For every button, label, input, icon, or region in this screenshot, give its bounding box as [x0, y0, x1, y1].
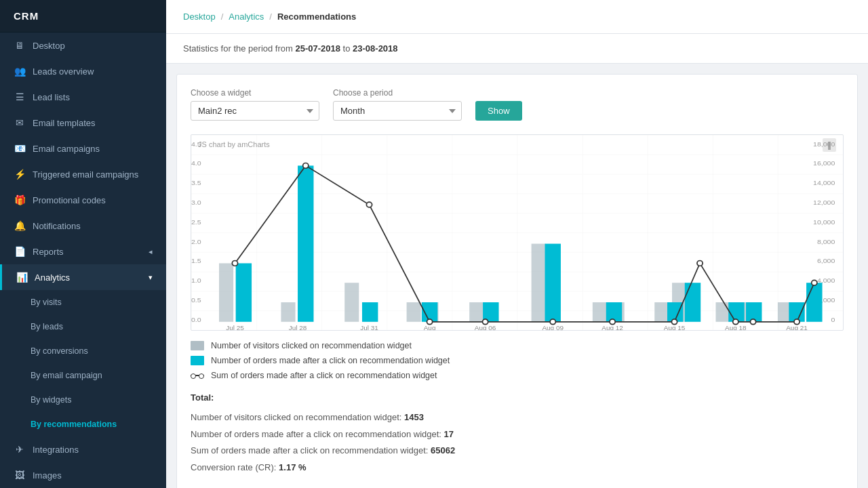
period-filter-group: Choose a period Month Week Day	[333, 88, 462, 121]
sidebar-item-by-recommendations[interactable]: By recommendations	[0, 412, 166, 436]
widget-filter-group: Choose a widget Main2 rec Widget A Widge…	[191, 88, 319, 121]
sidebar-item-label: Email campaigns	[33, 144, 100, 154]
sidebar-item-by-conversions[interactable]: By conversions	[0, 339, 166, 363]
sidebar-item-label: Desktop	[33, 41, 65, 51]
sidebar-item-desktop[interactable]: 🖥 Desktop	[0, 33, 166, 58]
stats-banner: Statistics for the period from 25-07-201…	[166, 34, 868, 64]
sidebar-item-integrations[interactable]: ✈ Integrations	[0, 436, 166, 462]
sidebar: CRM 🖥 Desktop 👥 Leads overview ☰ Lead li…	[0, 0, 166, 488]
svg-text:8,000: 8,000	[817, 238, 835, 245]
sidebar-item-email-campaigns[interactable]: 📧 Email campaigns	[0, 136, 166, 161]
svg-text:Aug 06: Aug 06	[475, 324, 496, 330]
svg-rect-41	[606, 302, 622, 322]
sidebar-item-by-leads[interactable]: By leads	[0, 314, 166, 339]
stats-to: 23-08-2018	[353, 43, 398, 54]
totals-sum-label: Sum of orders made after a click on reco…	[191, 445, 428, 455]
breadcrumb-desktop[interactable]: Desktop	[183, 12, 216, 22]
svg-text:Aug 09: Aug 09	[542, 324, 564, 330]
sidebar-item-analytics[interactable]: 📊 Analytics ▾	[0, 264, 166, 290]
svg-text:Jul 25: Jul 25	[226, 324, 244, 330]
legend-label-sum: Sum of orders made after a click on reco…	[211, 371, 437, 380]
email-campaigns-icon: 📧	[14, 143, 26, 154]
svg-rect-32	[715, 302, 730, 322]
sidebar-item-label: Promotional codes	[33, 195, 106, 205]
legend-line-sum	[191, 375, 204, 376]
sidebar-item-by-widgets[interactable]: By widgets	[0, 388, 166, 412]
svg-rect-43	[685, 283, 701, 322]
reports-arrow-icon: ◂	[149, 247, 153, 256]
breadcrumb: Desktop / Analytics / Recommendations	[166, 0, 868, 34]
page-content: Statistics for the period from 25-07-201…	[166, 34, 868, 488]
svg-text:Jul 28: Jul 28	[289, 324, 307, 330]
sidebar-item-label: Email templates	[33, 118, 95, 128]
legend-box-gray	[191, 341, 204, 350]
sidebar-item-reports[interactable]: 📄 Reports ◂	[0, 239, 166, 264]
svg-rect-23	[344, 283, 359, 322]
legend-label-visitors: Number of visitors clicked on recommenda…	[211, 341, 412, 350]
leads-overview-icon: 👥	[14, 66, 26, 77]
notifications-icon: 🔔	[14, 220, 26, 231]
chart-legend: Number of visitors clicked on recommenda…	[191, 341, 844, 380]
sidebar-item-lead-lists[interactable]: ☰ Lead lists	[0, 84, 166, 110]
totals-orders-label: Number of orders made after a click on r…	[191, 429, 441, 439]
analytics-panel: Choose a widget Main2 rec Widget A Widge…	[176, 74, 858, 488]
svg-point-56	[697, 261, 703, 266]
integrations-label: Integrations	[33, 445, 79, 455]
show-button[interactable]: Show	[475, 101, 522, 121]
totals-heading: Total:	[191, 392, 844, 403]
svg-text:Jul 31: Jul 31	[360, 324, 378, 330]
by-recommendations-label: By recommendations	[31, 420, 117, 429]
breadcrumb-current: Recommendations	[277, 12, 356, 22]
svg-text:1.5: 1.5	[191, 258, 201, 265]
sidebar-item-notifications[interactable]: 🔔 Notifications	[0, 213, 166, 239]
svg-rect-0	[191, 135, 843, 330]
svg-text:1.0: 1.0	[191, 277, 201, 284]
by-widgets-label: By widgets	[31, 395, 71, 405]
svg-text:2.5: 2.5	[191, 218, 201, 226]
stats-text: Statistics for the period from	[183, 43, 293, 54]
chart-label: JS chart by amCharts	[198, 140, 270, 148]
images-label: Images	[33, 470, 62, 481]
svg-rect-22	[281, 302, 295, 322]
svg-rect-35	[236, 263, 252, 321]
svg-rect-36	[298, 165, 313, 321]
legend-item-orders: Number of orders made after a click on r…	[191, 356, 844, 365]
svg-rect-37	[362, 302, 378, 322]
sidebar-item-leads-overview[interactable]: 👥 Leads overview	[0, 58, 166, 84]
period-label: Choose a period	[333, 88, 462, 98]
svg-text:Aug 18: Aug 18	[725, 324, 747, 330]
totals-cr-label: Conversion rate (CR):	[191, 462, 276, 472]
svg-text:2.0: 2.0	[191, 238, 201, 245]
svg-point-60	[812, 280, 817, 285]
desktop-icon: 🖥	[14, 40, 26, 51]
sidebar-item-email-templates[interactable]: ✉ Email templates	[0, 110, 166, 136]
by-visits-label: By visits	[31, 298, 62, 307]
svg-rect-24	[407, 302, 421, 322]
widget-select[interactable]: Main2 rec Widget A Widget B	[191, 101, 319, 121]
totals-visitors-value: 1453	[404, 412, 424, 422]
totals-visitors-label: Number of visitors clicked on recommenda…	[191, 412, 401, 422]
images-icon: 🖼	[14, 470, 26, 481]
svg-rect-27	[532, 244, 546, 322]
breadcrumb-analytics[interactable]: Analytics	[229, 12, 264, 22]
sidebar-item-triggered-email[interactable]: ⚡ Triggered email campaigns	[0, 161, 166, 187]
sidebar-item-by-email-campaign[interactable]: By email campaign	[0, 363, 166, 388]
totals-orders-value: 17	[444, 429, 454, 439]
svg-text:3.5: 3.5	[191, 179, 201, 186]
sidebar-item-by-visits[interactable]: By visits	[0, 290, 166, 314]
period-select[interactable]: Month Week Day	[333, 101, 462, 121]
sidebar-item-promotional-codes[interactable]: 🎁 Promotional codes	[0, 187, 166, 213]
sidebar-item-label: Lead lists	[33, 92, 70, 102]
main-content: Desktop / Analytics / Recommendations St…	[166, 0, 868, 488]
totals-orders: Number of orders made after a click on r…	[191, 426, 844, 443]
svg-text:Aug 21: Aug 21	[786, 324, 808, 330]
svg-rect-40	[545, 244, 561, 322]
triggered-email-icon: ⚡	[14, 169, 26, 180]
sidebar-logo: CRM	[0, 0, 166, 33]
email-templates-icon: ✉	[14, 117, 26, 128]
sidebar-item-images[interactable]: 🖼 Images	[0, 462, 166, 488]
sidebar-item-label: Triggered email campaigns	[33, 169, 138, 180]
lead-lists-icon: ☰	[14, 92, 26, 102]
svg-point-58	[750, 319, 755, 325]
svg-text:18,000: 18,000	[813, 140, 835, 148]
